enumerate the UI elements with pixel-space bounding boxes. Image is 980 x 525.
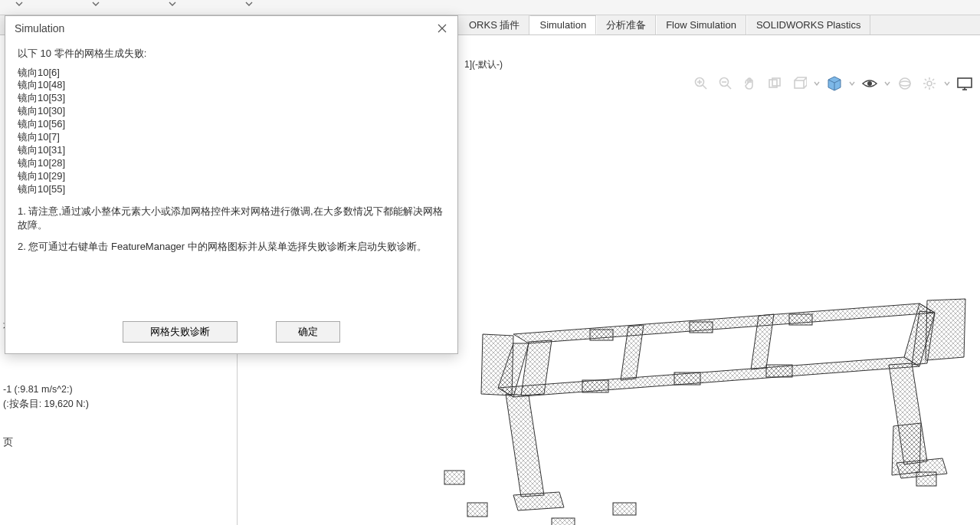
- failed-part-item: 镜向10[48]: [18, 79, 445, 92]
- ribbon-caret-icon[interactable]: [92, 0, 100, 8]
- svg-marker-41: [481, 334, 513, 395]
- svg-rect-32: [552, 518, 575, 525]
- svg-rect-38: [590, 330, 613, 340]
- svg-marker-43: [892, 423, 921, 475]
- dialog-intro-text: 以下 10 零件的网格生成失败:: [18, 47, 445, 61]
- tree-line-gravity: -1 (:9.81 m/s^2:): [0, 383, 76, 395]
- grab-icon[interactable]: [739, 74, 761, 94]
- dialog-title: Simulation: [15, 22, 64, 34]
- svg-line-5: [727, 85, 731, 89]
- tab-plastics[interactable]: SOLIDWORKS Plastics: [746, 15, 871, 34]
- svg-rect-34: [916, 472, 936, 486]
- failed-part-item: 镜向10[56]: [18, 118, 445, 131]
- svg-rect-37: [766, 365, 792, 377]
- dropdown-caret-icon[interactable]: [943, 80, 951, 87]
- ribbon-caret-icon[interactable]: [245, 0, 253, 8]
- monitor-icon[interactable]: [954, 74, 975, 94]
- svg-rect-39: [690, 322, 713, 333]
- svg-point-11: [867, 81, 872, 86]
- svg-marker-18: [513, 304, 935, 343]
- dropdown-caret-icon[interactable]: [813, 80, 821, 87]
- svg-rect-31: [467, 503, 487, 517]
- tab-simulation[interactable]: Simulation: [529, 15, 596, 34]
- eye-icon[interactable]: [859, 74, 880, 94]
- failed-part-item: 镜向10[53]: [18, 92, 445, 105]
- zoom-out-icon[interactable]: [715, 74, 736, 94]
- failed-part-item: 镜向10[7]: [18, 131, 445, 144]
- mesh-model-render: [429, 265, 980, 525]
- failed-parts-list: 镜向10[6]镜向10[48]镜向10[53]镜向10[30]镜向10[56]镜…: [18, 67, 445, 196]
- tab-addins-partial[interactable]: ORKS 插件: [460, 15, 529, 34]
- svg-marker-19: [498, 357, 919, 397]
- simulation-mesh-fail-dialog: Simulation 以下 10 零件的网格生成失败: 镜向10[6]镜向10[…: [5, 15, 458, 354]
- dropdown-caret-icon[interactable]: [848, 80, 856, 87]
- svg-rect-15: [958, 78, 972, 87]
- failed-part-item: 镜向10[31]: [18, 144, 445, 157]
- svg-rect-40: [789, 314, 812, 325]
- ribbon-caret-icon[interactable]: [15, 0, 23, 8]
- failed-part-item: 镜向10[29]: [18, 170, 445, 183]
- cube-icon[interactable]: [824, 74, 845, 94]
- svg-marker-42: [926, 299, 965, 360]
- svg-marker-28: [513, 492, 564, 510]
- failed-part-item: 镜向10[6]: [18, 67, 445, 80]
- failed-part-item: 镜向10[28]: [18, 157, 445, 170]
- svg-rect-36: [674, 372, 700, 385]
- tab-flow-simulation[interactable]: Flow Simulation: [656, 15, 746, 34]
- dialog-note-2: 2. 您可通过右键单击 FeatureManager 中的网格图标并从菜单选择失…: [18, 240, 445, 254]
- svg-rect-30: [444, 471, 464, 484]
- failed-part-item: 镜向10[55]: [18, 183, 445, 196]
- dropdown-caret-icon[interactable]: [883, 80, 891, 87]
- dialog-note-1: 1. 请注意,通过减小整体元素大小或添加网格控件来对网格进行微调,在大多数情况下…: [18, 205, 445, 231]
- close-icon[interactable]: [434, 21, 450, 36]
- svg-line-1: [703, 85, 706, 89]
- ribbon-caret-icon[interactable]: [169, 0, 176, 8]
- settings-icon[interactable]: [919, 74, 940, 94]
- box-icon[interactable]: [788, 74, 810, 94]
- section-icon[interactable]: [764, 74, 785, 94]
- svg-marker-24: [506, 394, 544, 497]
- svg-rect-33: [613, 503, 636, 515]
- tab-analysis-prep[interactable]: 分析准备: [596, 15, 656, 34]
- heads-up-view-toolbar: [690, 74, 975, 94]
- svg-point-14: [927, 81, 932, 86]
- tree-line-force: (:按条目: 19,620 N:): [0, 397, 92, 412]
- ok-button[interactable]: 确定: [276, 321, 340, 343]
- tree-label: 页: [0, 435, 16, 450]
- svg-point-13: [900, 81, 910, 86]
- mesh-failure-diagnose-button[interactable]: 网格失败诊断: [123, 321, 238, 343]
- zoom-in-icon[interactable]: [690, 74, 712, 94]
- svg-point-12: [900, 78, 910, 89]
- sphere-icon[interactable]: [894, 74, 916, 94]
- config-name-text: 1](-默认-): [464, 58, 503, 71]
- failed-part-item: 镜向10[30]: [18, 105, 445, 118]
- ribbon-area: [0, 0, 980, 15]
- svg-rect-9: [795, 80, 804, 88]
- svg-rect-35: [582, 380, 608, 392]
